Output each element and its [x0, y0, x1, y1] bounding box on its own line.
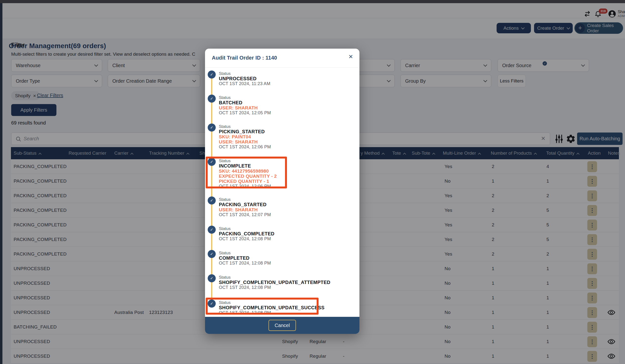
timeline-entry-detail: SKU: 44127956598980	[219, 169, 350, 174]
timeline-entry-label: Status	[219, 124, 350, 129]
timeline-entry-label: Status	[219, 95, 350, 100]
timeline-entry-status: PACKING_STARTED	[219, 202, 350, 207]
timeline-entry-status: UNPROCESSED	[219, 76, 350, 81]
timeline-entry-timestamp: OCT 1ST 2024, 12:06 PM	[219, 184, 350, 189]
timeline-entry-label: Status	[219, 197, 350, 202]
timeline-entry: ✓ Status SHOPIFY_COMPLETION_UPDATE_SUCCE…	[219, 300, 350, 315]
timeline-entry: ✓ Status PACKING_STARTED USER: SHARATH O…	[219, 197, 350, 217]
timeline-entry-timestamp: OCT 1ST 2024, 12:08 PM	[219, 261, 350, 266]
timeline-entry-detail: SKU: PAINT04	[219, 134, 350, 139]
cancel-button[interactable]: Cancel	[269, 320, 296, 331]
timeline-entry-timestamp: OCT 1ST 2024, 12:08 PM	[219, 236, 350, 242]
audit-trail-modal: Audit Trail Order ID : 1140 ✕ ✓ Status U…	[205, 49, 359, 334]
timeline-entry-detail: PICKED QUANTITY - 1	[219, 179, 350, 184]
timeline-entry-status: SHOPIFY_COMPLETION_UPDATE_ATTEMPTED	[219, 280, 350, 285]
timeline-entry-status: PICKING_STARTED	[219, 129, 350, 134]
check-circle-icon: ✓	[208, 226, 216, 234]
audit-trail-timeline: ✓ Status UNPROCESSED OCT 1ST 2024, 11:23…	[205, 49, 359, 334]
timeline-entry-label: Status	[219, 71, 350, 76]
timeline-entry-status: SHOPIFY_COMPLETION_UPDATE_SUCCESS	[219, 305, 350, 310]
timeline-connector-line	[211, 75, 212, 304]
timeline-entry-timestamp: OCT 1ST 2024, 11:23 AM	[219, 81, 350, 86]
timeline-entry-status: COMPLETED	[219, 256, 350, 261]
check-circle-icon: ✓	[208, 300, 216, 307]
timeline-entry-detail: USER: SHARATH	[219, 139, 350, 144]
check-circle-icon: ✓	[208, 158, 216, 166]
timeline-entry-timestamp: OCT 1ST 2024, 12:08 PM	[219, 310, 350, 315]
timeline-entry: ✓ Status COMPLETED OCT 1ST 2024, 12:08 P…	[219, 250, 350, 266]
timeline-entry-status: INCOMPLETE	[219, 163, 350, 169]
check-circle-icon: ✓	[208, 94, 216, 103]
check-circle-icon: ✓	[208, 274, 216, 282]
timeline-entry: ✓ Status BATCHED USER: SHARATH OCT 1ST 2…	[219, 95, 350, 116]
timeline-entry-timestamp: OCT 1ST 2024, 12:08 PM	[219, 285, 350, 290]
timeline-entry: ✓ Status PICKING_STARTED SKU: PAINT04 US…	[219, 124, 350, 150]
timeline-entry: ✓ Status PACKING_COMPLETED OCT 1ST 2024,…	[219, 226, 350, 242]
check-circle-icon: ✓	[208, 196, 216, 205]
timeline-entry: ✓ Status UNPROCESSED OCT 1ST 2024, 11:23…	[219, 71, 350, 86]
modal-footer: Cancel	[205, 317, 359, 334]
timeline-entry-timestamp: OCT 1ST 2024, 12:06 PM	[219, 144, 350, 150]
check-circle-icon: ✓	[208, 70, 216, 79]
check-circle-icon: ✓	[208, 123, 216, 132]
timeline-entry-timestamp: OCT 1ST 2024, 12:05 PM	[219, 110, 350, 116]
timeline-entry-detail: USER: SHARATH	[219, 105, 350, 110]
timeline-entry-status: BATCHED	[219, 100, 350, 105]
timeline-entry-label: Status	[219, 158, 350, 163]
timeline-entry-label: Status	[219, 275, 350, 280]
timeline-entry-detail: EXPECTED QUANTITY - 2	[219, 174, 350, 179]
timeline-entry-status: PACKING_COMPLETED	[219, 231, 350, 236]
timeline-entry-label: Status	[219, 300, 350, 305]
timeline-entry: ✓ Status INCOMPLETE SKU: 44127956598980 …	[219, 158, 350, 189]
timeline-entry-label: Status	[219, 250, 350, 256]
check-circle-icon: ✓	[208, 250, 216, 258]
timeline-entry-detail: USER: SHARATH	[219, 207, 350, 212]
timeline-entry-timestamp: OCT 1ST 2024, 12:07 PM	[219, 212, 350, 217]
timeline-entry: ✓ Status SHOPIFY_COMPLETION_UPDATE_ATTEM…	[219, 275, 350, 290]
timeline-entry-label: Status	[219, 226, 350, 231]
